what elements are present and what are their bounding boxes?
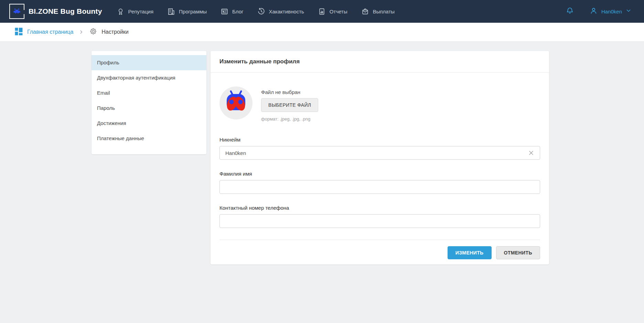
newspaper-icon (221, 8, 228, 15)
username-label: Han0ken (601, 9, 622, 14)
clear-icon[interactable] (527, 149, 535, 157)
logo-notch (23, 10, 24, 14)
breadcrumb-home-link[interactable]: Главная страница (14, 27, 73, 37)
user-menu[interactable]: Han0ken (589, 7, 632, 17)
nav-item-programs[interactable]: Программы (167, 8, 207, 15)
phone-input-wrap (219, 214, 540, 228)
breadcrumb: Главная страница Настройки (0, 23, 644, 42)
sidebar-item-payment-data[interactable]: Платежные данные (92, 131, 206, 146)
history-icon (257, 8, 265, 15)
fullname-label: Фамилия имя (219, 171, 540, 177)
card-header: Изменить данные профиля (211, 51, 549, 73)
ladybug-icon (219, 86, 253, 119)
file-status-text: Файл не выбран (261, 89, 318, 95)
nav-item-label: Репутация (128, 9, 153, 14)
nav-item-label: Выплаты (373, 9, 395, 14)
chevron-down-icon (625, 8, 632, 15)
nav-item-label: Хакактивность (269, 9, 304, 14)
breadcrumb-home-label: Главная страница (27, 29, 73, 35)
fullname-input[interactable] (219, 180, 540, 194)
phone-input[interactable] (219, 214, 540, 228)
sidebar-item-2fa[interactable]: Двухфакторная аутентификация (92, 70, 206, 85)
nickname-label: Никнейм (219, 137, 540, 143)
user-icon (589, 7, 598, 17)
format-hint-text: формат: .jpeg, .jpg, .png (261, 116, 318, 122)
card-title: Изменить данные профиля (219, 58, 300, 65)
cancel-button[interactable]: ОТМЕНИТЬ (496, 246, 540, 259)
form-divider (219, 240, 540, 240)
sidebar-item-achievements[interactable]: Достижения (92, 116, 206, 131)
breadcrumb-current: Настройки (89, 27, 128, 37)
nav-item-label: Программы (179, 9, 207, 14)
medal-icon (117, 8, 125, 15)
page: BI.ZONE Bug Bounty Репутация (0, 0, 644, 323)
fullname-field-group: Фамилия имя (219, 171, 540, 194)
chevron-right-icon (79, 30, 84, 34)
nav-item-hackactivity[interactable]: Хакактивность (257, 8, 304, 15)
choose-file-button[interactable]: ВЫБЕРИТЕ ФАЙЛ (261, 98, 318, 112)
brand-title: BI.ZONE Bug Bounty (29, 7, 102, 15)
profile-form-card: Изменить данные профиля (211, 51, 549, 264)
nickname-input[interactable] (219, 146, 540, 160)
nickname-field-group: Никнейм (219, 137, 540, 160)
form-actions: ИЗМЕНИТЬ ОТМЕНИТЬ (219, 246, 540, 259)
fullname-input-wrap (219, 180, 540, 194)
phone-field-group: Контактный номер телефона (219, 205, 540, 228)
nav-item-reports[interactable]: Отчеты (318, 8, 347, 15)
nav-item-label: Отчеты (330, 9, 347, 14)
nav-item-blog[interactable]: Блог (221, 8, 243, 15)
report-icon (318, 8, 326, 15)
bizone-logo-icon[interactable] (9, 4, 24, 19)
phone-label: Контактный номер телефона (219, 205, 540, 211)
nav-item-label: Блог (232, 9, 243, 14)
payout-bag-icon (361, 8, 369, 15)
building-icon (167, 8, 175, 15)
sidebar-item-profile[interactable]: Профиль (92, 55, 206, 70)
avatar (219, 86, 253, 119)
pixel-bug-icon (12, 7, 21, 16)
card-body: Файл не выбран ВЫБЕРИТЕ ФАЙЛ формат: .jp… (211, 73, 549, 259)
submit-button[interactable]: ИЗМЕНИТЬ (448, 246, 492, 259)
sidebar-item-email[interactable]: Email (92, 85, 206, 101)
gear-icon (89, 27, 97, 37)
upload-controls: Файл не выбран ВЫБЕРИТЕ ФАЙЛ формат: .jp… (261, 86, 318, 122)
sidebar-item-password[interactable]: Пароль (92, 101, 206, 116)
settings-sidebar: Профиль Двухфакторная аутентификация Ema… (92, 51, 206, 154)
avatar-upload-section: Файл не выбран ВЫБЕРИТЕ ФАЙЛ формат: .jp… (219, 86, 540, 122)
nav-item-payouts[interactable]: Выплаты (361, 8, 395, 15)
notifications-button[interactable] (566, 7, 574, 17)
navbar-right: Han0ken (566, 7, 632, 17)
top-navbar: BI.ZONE Bug Bounty Репутация (0, 0, 644, 23)
bell-icon (566, 7, 574, 17)
nickname-input-wrap (219, 146, 540, 160)
dashboard-grid-icon (14, 27, 23, 37)
main-menu: Репутация Программы (117, 8, 408, 15)
breadcrumb-current-label: Настройки (101, 29, 128, 35)
nav-item-reputation[interactable]: Репутация (117, 8, 153, 15)
